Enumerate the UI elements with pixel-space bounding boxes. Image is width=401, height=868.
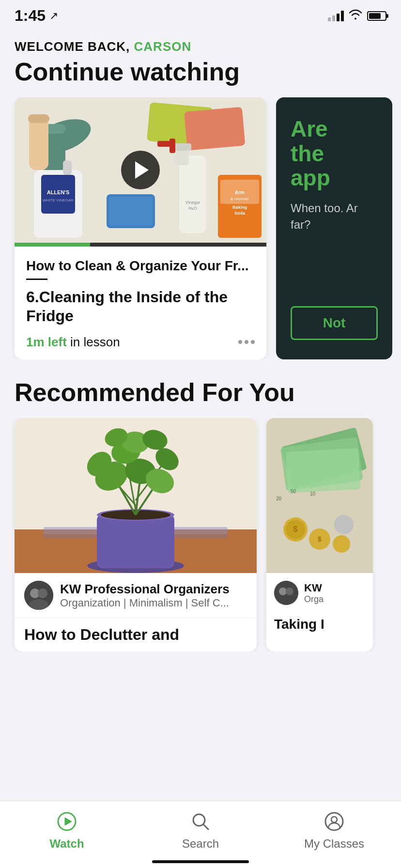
rec-card-title-2: Taking I xyxy=(266,613,373,640)
my-classes-label: My Classes xyxy=(304,837,364,851)
plant-image xyxy=(15,418,257,573)
card-body: How to Clean & Organize Your Fr... 6.Cle… xyxy=(15,247,266,359)
svg-text:Soda: Soda xyxy=(234,211,246,216)
svg-text:$: $ xyxy=(293,525,298,533)
author-info-1: KW Professional Organizers Organization … xyxy=(60,582,230,609)
progress-remaining xyxy=(90,243,266,247)
continue-watching-card[interactable]: ALLEN'S WHITE VINEGAR Vinegar H₂O xyxy=(15,97,266,359)
promo-card: Are the app When too. Ar far? Not xyxy=(276,97,392,359)
svg-text:50: 50 xyxy=(291,489,296,494)
rec-card-1[interactable]: KW Professional Organizers Organization … xyxy=(15,418,257,651)
welcome-text: WELCOME BACK, CARSON xyxy=(15,39,386,54)
avatar-1 xyxy=(24,581,53,610)
lesson-title: 6.Cleaning the Inside of the Fridge xyxy=(26,288,255,325)
svg-text:$: $ xyxy=(318,535,322,543)
battery-icon xyxy=(367,11,386,21)
svg-point-62 xyxy=(334,515,354,534)
svg-point-70 xyxy=(279,588,287,595)
continue-watching-row: ALLEN'S WHITE VINEGAR Vinegar H₂O xyxy=(0,97,401,359)
svg-text:Arm: Arm xyxy=(235,190,245,195)
promo-text: Are the app When too. Ar far? xyxy=(291,117,378,247)
avatar-2 xyxy=(274,581,298,605)
status-icons xyxy=(328,9,386,23)
svg-line-75 xyxy=(203,824,208,829)
play-button[interactable] xyxy=(121,151,160,189)
time-left: 1m left in lesson xyxy=(26,335,120,350)
course-title: How to Clean & Organize Your Fr... xyxy=(26,258,255,274)
watch-icon xyxy=(54,809,79,834)
watch-label: Watch xyxy=(49,837,84,851)
recommended-cards-row: KW Professional Organizers Organization … xyxy=(0,418,401,651)
svg-text:Baking: Baking xyxy=(232,205,247,210)
continue-watching-title: Continue watching xyxy=(15,58,386,86)
svg-text:ALLEN'S: ALLEN'S xyxy=(47,189,70,195)
nav-search[interactable]: Search xyxy=(134,809,267,851)
svg-text:Vinegar: Vinegar xyxy=(185,200,200,205)
svg-marker-73 xyxy=(65,818,72,825)
location-icon: ↗ xyxy=(49,10,58,22)
wifi-icon xyxy=(349,9,362,23)
svg-rect-4 xyxy=(29,117,48,170)
search-icon xyxy=(188,809,213,834)
svg-rect-7 xyxy=(184,107,246,151)
more-options-button[interactable] xyxy=(238,340,255,344)
money-image: $ $ 20 10 50 xyxy=(266,418,373,573)
author-info-2: KW Orga xyxy=(304,582,324,604)
home-indicator xyxy=(152,860,249,863)
svg-text:20: 20 xyxy=(276,496,282,501)
svg-rect-33 xyxy=(97,515,174,568)
svg-rect-12 xyxy=(63,160,72,175)
nav-my-classes[interactable]: My Classes xyxy=(267,809,401,851)
status-time: 1:45 xyxy=(15,7,46,25)
svg-rect-5 xyxy=(28,114,49,123)
rec-card-author-1: KW Professional Organizers Organization … xyxy=(15,573,257,618)
recommended-title: Recommended For You xyxy=(15,379,386,406)
bottom-nav: Watch Search My Classes xyxy=(0,801,401,868)
recommended-section: Recommended For You xyxy=(0,359,401,651)
main-content: WELCOME BACK, CARSON Continue watching xyxy=(0,30,401,359)
rec-card-author-2: KW Orga xyxy=(266,573,373,613)
card-image-wrapper: ALLEN'S WHITE VINEGAR Vinegar H₂O xyxy=(15,97,266,243)
nav-watch[interactable]: Watch xyxy=(0,809,134,851)
promo-button[interactable]: Not xyxy=(291,306,378,340)
svg-text:H₂O: H₂O xyxy=(188,206,197,211)
search-label: Search xyxy=(182,837,219,851)
card-divider xyxy=(26,279,47,280)
person-icon xyxy=(322,809,347,834)
svg-point-71 xyxy=(286,588,293,595)
svg-rect-13 xyxy=(179,155,206,233)
card-footer: 1m left in lesson xyxy=(26,335,255,350)
rec-card-image-1 xyxy=(15,418,257,573)
progress-bar xyxy=(15,243,266,247)
svg-rect-21 xyxy=(109,197,153,226)
svg-text:WHITE VINEGAR: WHITE VINEGAR xyxy=(43,198,74,202)
rec-card-2[interactable]: $ $ 20 10 50 KW Orga xyxy=(266,418,373,651)
svg-text:10: 10 xyxy=(310,491,316,496)
svg-point-53 xyxy=(38,589,47,598)
svg-point-63 xyxy=(333,535,350,553)
svg-rect-19 xyxy=(157,141,174,147)
progress-fill xyxy=(15,243,90,247)
svg-text:& Hammer: & Hammer xyxy=(231,197,249,201)
rec-card-title-1: How to Declutter and xyxy=(15,618,257,651)
svg-rect-58 xyxy=(286,448,360,493)
signal-icon xyxy=(328,11,344,21)
svg-point-77 xyxy=(331,817,337,822)
status-bar: 1:45 ↗ xyxy=(0,0,401,30)
